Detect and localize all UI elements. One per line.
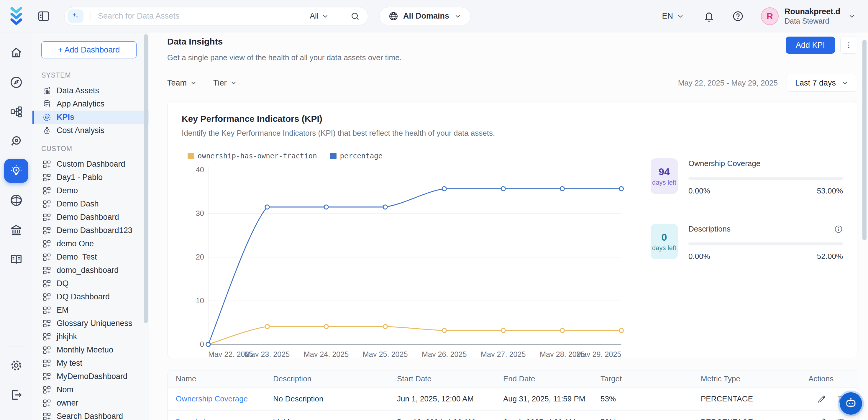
progress-current: 0.00%	[688, 186, 710, 196]
sidebar-item-dq[interactable]: DQ	[32, 277, 149, 290]
app-root: Search for Data Assets All All Domains E…	[0, 0, 868, 420]
sidebar-item-my-test[interactable]: My test	[32, 357, 149, 370]
column-header-actions: Actions	[808, 374, 849, 384]
kpi-card-subtitle: Identify the Key Performance Indicators …	[182, 129, 843, 138]
search-bar[interactable]: Search for Data Assets All	[64, 7, 368, 25]
page-scrollbar[interactable]	[862, 40, 867, 240]
rail-home-icon[interactable]	[4, 41, 28, 65]
chatbot-button[interactable]	[840, 392, 862, 415]
kpi-summary-descriptions: 0 days left Descriptions 0.00% 52.00%	[651, 224, 843, 261]
svg-text:30: 30	[196, 209, 204, 217]
rail-profile-search-icon[interactable]	[4, 129, 28, 153]
dashboard-plus-icon	[42, 386, 51, 394]
date-range-text: May 22, 2025 - May 29, 2025	[678, 79, 778, 88]
more-options-button[interactable]	[840, 36, 857, 54]
sidebar-item-dq-dashboard[interactable]: DQ Dashboard	[32, 290, 149, 303]
add-kpi-button[interactable]: Add KPI	[786, 36, 835, 54]
dashboard-plus-icon	[42, 346, 51, 355]
sidebar-item-kpis[interactable]: KPIs	[32, 111, 149, 124]
svg-text:10: 10	[196, 296, 204, 305]
legend-item-ownership-has-owner-fraction[interactable]: ownership-has-owner-fraction	[188, 152, 317, 160]
sidebar-item-owner[interactable]: owner	[32, 396, 149, 410]
language-dropdown[interactable]: EN	[662, 11, 684, 21]
add-dashboard-button[interactable]: + Add Dashboard	[41, 41, 136, 58]
sidebar-item-custom-dashboard[interactable]: Custom Dashboard	[32, 157, 149, 171]
team-filter[interactable]: Team	[167, 79, 197, 88]
sidebar-item-data-assets[interactable]: Data Assets	[32, 84, 149, 97]
rail-discover-icon[interactable]	[4, 70, 28, 94]
sidebar-item-demo-dashboard123[interactable]: Demo Dashboard123	[32, 224, 149, 237]
sidebar-scrollbar[interactable]	[144, 34, 148, 323]
sidebar-item-cost-analysis[interactable]: $Cost Analysis	[32, 124, 149, 137]
sidebar-item-glossary-uniqueness[interactable]: Glossary Uniqueness	[32, 317, 149, 330]
rail-glossary-icon[interactable]	[4, 247, 28, 271]
kpi-name-link[interactable]: Ownership Coverage	[176, 394, 273, 403]
svg-text:May 29, 2025: May 29, 2025	[576, 350, 621, 357]
sidebar-toggle-icon[interactable]	[37, 10, 50, 23]
sidebar-item-demo-dash[interactable]: Demo Dash	[32, 197, 149, 211]
sidebar-item-label: Day1 - Pablo	[57, 173, 103, 182]
dashboard-plus-icon	[42, 200, 51, 209]
notifications-bell-icon[interactable]	[703, 10, 715, 22]
sidebar-item-demo-one[interactable]: demo One	[32, 237, 149, 250]
search-scope-dropdown[interactable]: All	[310, 11, 329, 21]
rail-lineage-icon[interactable]	[4, 100, 28, 124]
progress-bar	[688, 242, 843, 245]
search-input[interactable]: Search for Data Assets	[98, 11, 310, 21]
edit-icon[interactable]	[817, 394, 827, 404]
sidebar-item-label: KPIs	[57, 113, 74, 122]
sidebar-item-label: DQ	[57, 279, 69, 288]
legend-item-percentage[interactable]: percentage	[330, 152, 383, 160]
dashboard-plus-icon	[42, 279, 51, 288]
sidebar-item-search-dashboard[interactable]: Search Dashboard	[32, 410, 149, 420]
kpi-summaries: 94 days left Ownership Coverage 0.00% 53…	[633, 158, 843, 357]
tier-filter[interactable]: Tier	[213, 79, 238, 88]
ai-sparkle-icon[interactable]	[67, 9, 84, 23]
search-icon[interactable]	[350, 11, 360, 21]
delete-icon[interactable]	[836, 417, 846, 420]
sidebar-item-demo-dashboard[interactable]: Demo Dashboard	[32, 211, 149, 224]
sidebar-item-jhkjhk[interactable]: jhkjhk	[32, 330, 149, 343]
robot-icon	[844, 397, 857, 410]
sidebar-item-em[interactable]: EM	[32, 303, 149, 317]
dashboard-plus-icon	[42, 332, 51, 341]
progress-bar	[688, 177, 843, 180]
user-role: Data Steward	[784, 17, 840, 25]
domains-dropdown[interactable]: All Domains	[379, 7, 471, 25]
dashboard-plus-icon	[42, 359, 51, 368]
page-subtitle: Get a single pane view of the health of …	[167, 53, 402, 62]
sidebar-item-demo-test[interactable]: Demo_Test	[32, 250, 149, 264]
dashboard-plus-icon	[42, 253, 51, 262]
sidebar-item-label: Demo Dashboard123	[57, 226, 132, 235]
rail-settings-icon[interactable]	[4, 353, 28, 378]
rail-insights-icon[interactable]	[4, 159, 28, 183]
user-block[interactable]: Rounakpreet.d Data Steward	[784, 7, 840, 25]
sidebar-item-demo[interactable]: Demo	[32, 184, 149, 197]
atlan-logo	[9, 6, 27, 26]
edit-icon[interactable]	[817, 417, 827, 420]
kpi-end-date: Aug 31, 2025, 11:59 PM	[503, 394, 600, 403]
sidebar-item-nom[interactable]: Nom	[32, 383, 149, 396]
kpi-name-link[interactable]: Descriptions	[176, 418, 273, 420]
date-range-selector[interactable]: Last 7 days	[786, 74, 857, 92]
progress-target: 52.00%	[817, 252, 843, 261]
sidebar-item-day1-pablo[interactable]: Day1 - Pablo	[32, 171, 149, 184]
rail-logout-icon[interactable]	[4, 383, 28, 407]
sidebar-item-mydemodashboard[interactable]: MyDemoDashboard	[32, 370, 149, 383]
kpi-table: NameDescriptionStart DateEnd DateTargetM…	[167, 370, 857, 420]
sidebar-item-domo-dashboard[interactable]: domo_dashboard	[32, 264, 149, 277]
rail-domains-icon[interactable]	[4, 188, 28, 212]
bar-chart-icon	[42, 86, 51, 95]
avatar[interactable]: R	[761, 7, 779, 25]
sidebar-item-label: Demo Dashboard	[57, 213, 119, 222]
dashboard-plus-icon	[42, 173, 51, 182]
svg-text:May 23, 2025: May 23, 2025	[245, 350, 290, 357]
rail-governance-icon[interactable]	[4, 218, 28, 242]
help-icon[interactable]	[732, 10, 744, 22]
info-icon[interactable]	[834, 225, 843, 234]
chevron-down-icon[interactable]	[848, 12, 856, 20]
progress-target: 53.00%	[817, 186, 843, 196]
sidebar-item-monthly-meetuo[interactable]: Monthly Meetuo	[32, 343, 149, 357]
sidebar-item-app-analytics[interactable]: App Analytics	[32, 97, 149, 111]
chevron-down-icon	[230, 79, 238, 87]
